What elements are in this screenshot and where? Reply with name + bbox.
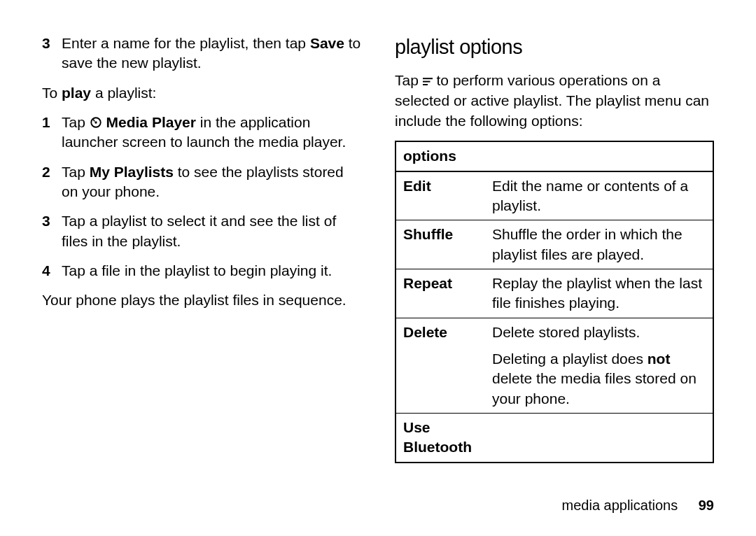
option-bluetooth-label: Use Bluetooth (396, 413, 485, 462)
option-bluetooth-desc (485, 413, 713, 462)
option-repeat-desc: Replay the playlist when the last file f… (485, 269, 713, 318)
play-step-3: 3 Tap a playlist to select it and see th… (42, 211, 361, 251)
text: delete the media files stored on your ph… (492, 370, 696, 406)
option-edit-desc: Edit the name or contents of a playlist. (485, 171, 713, 220)
step-number: 1 (42, 113, 62, 153)
option-shuffle-desc: Shuffle the order in which the playlist … (485, 220, 713, 269)
play-intro: To play a playlist: (42, 83, 361, 103)
step-number: 3 (42, 34, 62, 73)
delete-desc-2: Deleting a playlist does not delete the … (492, 349, 706, 409)
options-table: options Edit Edit the name or contents o… (395, 141, 714, 463)
step-body: Tap My Playlists to see the playlists st… (62, 162, 361, 202)
step-number: 3 (42, 211, 62, 251)
option-shuffle-label: Shuffle (396, 220, 485, 269)
table-row: Repeat Replay the playlist when the last… (396, 269, 713, 318)
my-playlists-label: My Playlists (90, 164, 174, 180)
delete-desc-1: Delete stored playlists. (492, 323, 706, 342)
create-step-3: 3 Enter a name for the playlist, then ta… (42, 34, 361, 73)
step-body: Enter a name for the playlist, then tap … (62, 34, 361, 73)
text: Tap (395, 72, 423, 88)
option-delete-desc: Delete stored playlists. Deleting a play… (485, 318, 713, 413)
table-row: Use Bluetooth (396, 413, 713, 462)
option-delete-label: Delete (396, 318, 485, 413)
option-edit-label: Edit (396, 171, 485, 220)
play-outro: Your phone plays the playlist files in s… (42, 290, 361, 310)
save-label: Save (310, 35, 344, 51)
step-number: 4 (42, 261, 62, 281)
footer-section: media applications (562, 498, 678, 513)
text: Enter a name for the playlist, then tap (62, 35, 310, 51)
text: a playlist: (91, 85, 156, 101)
step-body: Tap a file in the playlist to begin play… (62, 261, 361, 281)
not-word: not (648, 351, 671, 367)
media-player-icon (90, 114, 102, 127)
play-step-1: 1 Tap Media Player in the application la… (42, 113, 361, 153)
right-column: playlist options Tap to perform various … (395, 34, 714, 463)
text: Tap (62, 114, 90, 130)
table-row: Shuffle Shuffle the order in which the p… (396, 220, 713, 269)
table-header: options (396, 141, 713, 171)
step-number: 2 (42, 162, 62, 202)
svg-point-1 (94, 121, 97, 123)
options-intro: Tap to perform various operations on a s… (395, 71, 714, 131)
text: Tap (62, 164, 90, 180)
text: to perform various operations on a selec… (395, 72, 709, 129)
step-body: Tap Media Player in the application laun… (62, 113, 361, 153)
svg-rect-3 (423, 81, 430, 83)
left-column: 3 Enter a name for the playlist, then ta… (42, 34, 361, 463)
step-body: Tap a playlist to select it and see the … (62, 211, 361, 251)
play-step-4: 4 Tap a file in the playlist to begin pl… (42, 261, 361, 281)
option-repeat-label: Repeat (396, 269, 485, 318)
text: To (42, 85, 62, 101)
menu-icon (423, 71, 433, 91)
media-player-label: Media Player (102, 114, 196, 130)
page-footer: media applications 99 (562, 496, 714, 515)
svg-rect-2 (423, 78, 433, 79)
page-number: 99 (699, 498, 714, 513)
text: Deleting a playlist does (492, 351, 648, 367)
section-heading: playlist options (395, 34, 714, 61)
play-word: play (62, 85, 91, 101)
table-row: Delete Delete stored playlists. Deleting… (396, 318, 713, 413)
svg-rect-4 (423, 84, 428, 85)
play-step-2: 2 Tap My Playlists to see the playlists … (42, 162, 361, 202)
table-row: Edit Edit the name or contents of a play… (396, 171, 713, 220)
